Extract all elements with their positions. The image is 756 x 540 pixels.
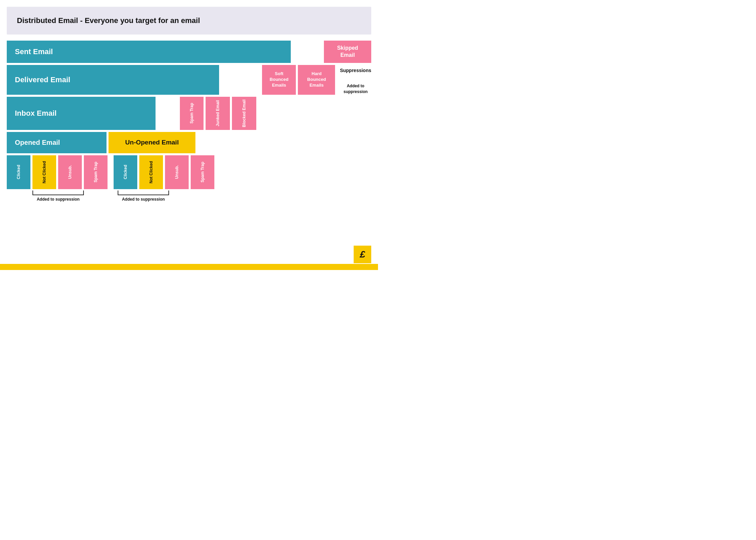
hard-bounce-block: HardBouncedEmails xyxy=(298,65,335,95)
unopened-unsub-block: Unsub. xyxy=(165,155,189,189)
row5: Clicked Not Clicked Unsub. Spam Trap Cli… xyxy=(7,155,371,189)
row2-right: Suppressions Added tosuppression xyxy=(337,65,371,95)
opened-clicked-block: Clicked xyxy=(7,155,30,189)
suppression-annotations: Added to suppression Added to suppressio… xyxy=(7,190,371,202)
header-section: Distributed Email - Everyone you target … xyxy=(7,7,371,35)
unopened-unsub-label: Unsub. xyxy=(174,165,179,179)
blocked-email-block: Blocked Email xyxy=(232,97,256,130)
unopened-bracket xyxy=(118,190,169,195)
unopened-not-clicked-block: Not Clicked xyxy=(139,155,163,189)
opened-not-clicked-label: Not Clicked xyxy=(42,161,47,183)
delivered-email-block: Delivered Email xyxy=(7,65,219,95)
unopened-spam-label: Spam Trap xyxy=(200,162,205,182)
page-title: Distributed Email - Everyone you target … xyxy=(17,16,361,25)
unopened-email-label: Un-Opened Email xyxy=(125,139,179,146)
unopened-email-block: Un-Opened Email xyxy=(109,132,195,153)
opened-email-block: Opened Email xyxy=(7,132,107,153)
hard-bounce-label: HardBouncedEmails xyxy=(307,71,326,88)
opened-suppression-text: Added to suppression xyxy=(37,197,80,202)
opened-clicked-label: Clicked xyxy=(16,165,21,179)
bottom-bar xyxy=(0,264,378,270)
soft-bounce-label: SoftBouncedEmails xyxy=(270,71,289,88)
logo: £ xyxy=(354,246,371,263)
blocked-email-label: Blocked Email xyxy=(242,99,246,127)
opened-spam-block: Spam Trap xyxy=(84,155,108,189)
sent-email-label: Sent Email xyxy=(15,47,53,56)
added-suppression-label: Added tosuppression xyxy=(340,83,371,95)
diagram: Sent Email SkippedEmail Delivered Email … xyxy=(7,41,371,202)
delivered-email-label: Delivered Email xyxy=(15,75,70,84)
unopened-suppression-text: Added to suppression xyxy=(122,197,165,202)
unopened-spam-block: Spam Trap xyxy=(191,155,214,189)
unopened-not-clicked-label: Not Clicked xyxy=(149,161,153,183)
row3: Inbox Email Spam Trap Junked Email Block… xyxy=(7,97,371,130)
sent-email-block: Sent Email xyxy=(7,41,291,63)
opened-unsub-label: Unsub. xyxy=(68,165,72,179)
opened-not-clicked-block: Not Clicked xyxy=(32,155,56,189)
opened-bracket xyxy=(32,190,84,195)
opened-suppression-group: Added to suppression xyxy=(32,190,84,202)
suppressions-label: Suppressions xyxy=(340,65,371,73)
spam-trap-inbox-block: Spam Trap xyxy=(180,97,204,130)
unopened-clicked-block: Clicked xyxy=(114,155,137,189)
opened-spam-label: Spam Trap xyxy=(93,162,98,182)
unopened-clicked-label: Clicked xyxy=(123,165,128,179)
row1: Sent Email SkippedEmail xyxy=(7,41,371,63)
junked-email-block: Junked Email xyxy=(206,97,230,130)
opened-email-label: Opened Email xyxy=(15,139,60,147)
row4: Opened Email Un-Opened Email xyxy=(7,132,371,153)
skipped-email-block: SkippedEmail xyxy=(324,41,371,63)
unopened-suppression-group: Added to suppression xyxy=(118,190,169,202)
opened-unsub-block: Unsub. xyxy=(58,155,82,189)
page-wrapper: Distributed Email - Everyone you target … xyxy=(0,0,378,270)
inbox-email-block: Inbox Email xyxy=(7,97,156,130)
junked-email-label: Junked Email xyxy=(215,100,220,126)
soft-bounce-block: SoftBouncedEmails xyxy=(262,65,296,95)
inbox-email-label: Inbox Email xyxy=(15,109,56,118)
spam-trap-inbox-label: Spam Trap xyxy=(189,103,194,123)
row2: Delivered Email SoftBouncedEmails HardBo… xyxy=(7,65,371,95)
logo-icon: £ xyxy=(360,249,365,260)
skipped-email-label: SkippedEmail xyxy=(337,45,358,59)
